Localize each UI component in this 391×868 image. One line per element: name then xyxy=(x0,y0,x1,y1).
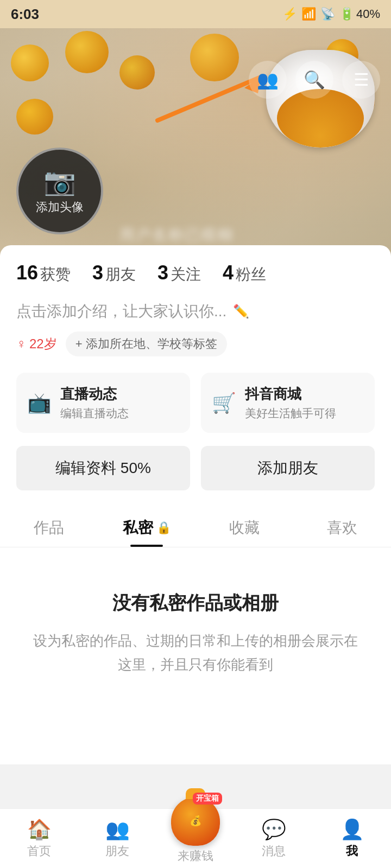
nav-home-label: 首页 xyxy=(27,843,51,859)
stat-following[interactable]: 3 关注 xyxy=(157,261,201,285)
nav-messages[interactable]: 💬 消息 xyxy=(235,818,313,859)
search-icon: 🔍 xyxy=(304,69,325,90)
message-icon: 💬 xyxy=(262,818,286,841)
home-icon: 🏠 xyxy=(27,818,52,841)
signal-icon: 📡 xyxy=(320,7,335,21)
fruit-decoration-8 xyxy=(16,99,53,135)
tab-likes-label: 喜欢 xyxy=(327,518,357,538)
edit-profile-button[interactable]: 编辑资料 50% xyxy=(16,446,190,490)
friends-label: 朋友 xyxy=(105,264,136,285)
age-label: 22岁 xyxy=(29,335,57,353)
friends-icon-button[interactable]: 👥 xyxy=(249,61,287,99)
action-cards: 📺 直播动态 编辑直播动态 🛒 抖音商城 美好生活触手可得 xyxy=(16,373,375,433)
live-status-card[interactable]: 📺 直播动态 编辑直播动态 xyxy=(16,373,190,433)
edit-bio-icon[interactable]: ✏️ xyxy=(233,304,249,319)
tab-private-label: 私密 xyxy=(123,518,153,538)
add-tags-button[interactable]: + 添加所在地、学校等标签 xyxy=(66,331,227,356)
stats-row: 16 获赞 3 朋友 3 关注 4 粉丝 xyxy=(16,261,375,285)
fruit-decoration-2 xyxy=(65,31,109,73)
empty-desc: 设为私密的作品、过期的日常和上传的相册会展示在这里，并且只有你能看到 xyxy=(33,629,358,676)
battery-indicator: 🔋 40% xyxy=(339,7,380,21)
live-card-sub: 编辑直播动态 xyxy=(60,406,179,421)
gender-age-tag: ♀ 22岁 xyxy=(16,335,57,353)
nav-earn-money[interactable]: 开宝箱 💰 来赚钱 xyxy=(156,797,235,864)
stat-followers[interactable]: 4 粉丝 xyxy=(223,261,266,285)
bluetooth-icon: ⚡ xyxy=(282,7,297,21)
lock-icon: 🔒 xyxy=(156,521,171,535)
tabs-row: 作品 私密 🔒 收藏 喜欢 xyxy=(0,507,391,547)
likes-count: 16 xyxy=(16,261,38,284)
tab-favorites-label: 收藏 xyxy=(229,518,260,538)
status-time: 6:03 xyxy=(11,6,39,23)
username-blurred: 用户名称已模糊 xyxy=(119,225,282,245)
following-count: 3 xyxy=(157,261,168,284)
username-area: 用户名称已模糊 xyxy=(119,225,282,245)
hamburger-icon: ☰ xyxy=(354,69,369,90)
live-icon: 📺 xyxy=(27,392,52,414)
wifi-icon: 📶 xyxy=(301,7,316,21)
stat-likes[interactable]: 16 获赞 xyxy=(16,261,71,285)
empty-title: 没有私密作品或相册 xyxy=(33,591,358,616)
profile-section: 16 获赞 3 朋友 3 关注 4 粉丝 点击添加介绍，让大家认识你... ✏️… xyxy=(0,245,391,547)
likes-label: 获赞 xyxy=(40,264,71,285)
battery-icon: 🔋 xyxy=(339,7,354,21)
add-friend-button[interactable]: 添加朋友 xyxy=(201,446,375,490)
followers-label: 粉丝 xyxy=(236,264,266,285)
live-card-title: 直播动态 xyxy=(60,385,179,404)
svg-line-0 xyxy=(157,77,261,120)
earn-money-label: 来赚钱 xyxy=(178,848,213,864)
gender-icon: ♀ xyxy=(16,336,26,352)
open-box-badge: 开宝箱 xyxy=(193,793,222,805)
tab-works-label: 作品 xyxy=(34,518,64,538)
shop-icon: 🛒 xyxy=(212,392,236,414)
avatar-label: 添加头像 xyxy=(36,199,84,215)
menu-icon-button[interactable]: ☰ xyxy=(342,61,380,99)
avatar-section: 📷 添加头像 xyxy=(16,148,103,234)
tab-private[interactable]: 私密 🔒 xyxy=(98,507,195,547)
friends-icon: 👥 xyxy=(257,69,279,90)
profile-icon: 👤 xyxy=(340,818,364,841)
tab-works[interactable]: 作品 xyxy=(0,507,98,547)
followers-count: 4 xyxy=(223,261,234,284)
nav-friends[interactable]: 👥 朋友 xyxy=(78,818,156,859)
nav-friends-label: 朋友 xyxy=(105,843,129,859)
nav-home[interactable]: 🏠 首页 xyxy=(0,818,78,859)
fruit-decoration-1 xyxy=(11,44,49,81)
nav-me-label: 我 xyxy=(346,843,358,859)
bio-text: 点击添加介绍，让大家认识你... xyxy=(16,301,226,322)
shop-card[interactable]: 🛒 抖音商城 美好生活触手可得 xyxy=(201,373,375,433)
bottom-nav: 🏠 首页 👥 朋友 开宝箱 💰 来赚钱 💬 消息 👤 我 xyxy=(0,808,391,868)
shop-card-sub: 美好生活触手可得 xyxy=(245,406,364,421)
money-bag-icon: 开宝箱 💰 xyxy=(171,797,220,846)
bio-row[interactable]: 点击添加介绍，让大家认识你... ✏️ xyxy=(16,301,375,322)
camera-icon: 📷 xyxy=(43,167,76,197)
tags-row: ♀ 22岁 + 添加所在地、学校等标签 xyxy=(16,331,375,356)
friends-nav-icon: 👥 xyxy=(105,818,130,841)
header-banner: 👥 🔍 ☰ 📷 添加头像 用户名称已模糊 xyxy=(0,28,391,256)
add-tags-label: + 添加所在地、学校等标签 xyxy=(75,336,217,352)
shop-card-title: 抖音商城 xyxy=(245,385,364,404)
battery-percent: 40% xyxy=(356,7,380,21)
live-card-text: 直播动态 编辑直播动态 xyxy=(60,385,179,421)
money-bag-label: 💰 xyxy=(190,815,201,827)
shop-card-text: 抖音商城 美好生活触手可得 xyxy=(245,385,364,421)
nav-messages-label: 消息 xyxy=(262,843,286,859)
search-icon-button[interactable]: 🔍 xyxy=(295,61,333,99)
avatar-button[interactable]: 📷 添加头像 xyxy=(16,148,103,234)
following-label: 关注 xyxy=(171,264,201,285)
tab-likes[interactable]: 喜欢 xyxy=(293,507,391,547)
stat-friends[interactable]: 3 朋友 xyxy=(92,261,136,285)
empty-state: 没有私密作品或相册 设为私密的作品、过期的日常和上传的相册会展示在这里，并且只有… xyxy=(0,547,391,764)
status-bar: 6:03 ⚡ 📶 📡 🔋 40% xyxy=(0,0,391,28)
fruit-decoration-3 xyxy=(119,55,155,90)
friends-count: 3 xyxy=(92,261,103,284)
nav-me[interactable]: 👤 我 xyxy=(313,818,391,859)
buttons-row: 编辑资料 50% 添加朋友 xyxy=(16,446,375,490)
header-icons: 👥 🔍 ☰ xyxy=(249,61,380,99)
tab-favorites[interactable]: 收藏 xyxy=(195,507,293,547)
status-icons: ⚡ 📶 📡 🔋 40% xyxy=(282,7,380,21)
